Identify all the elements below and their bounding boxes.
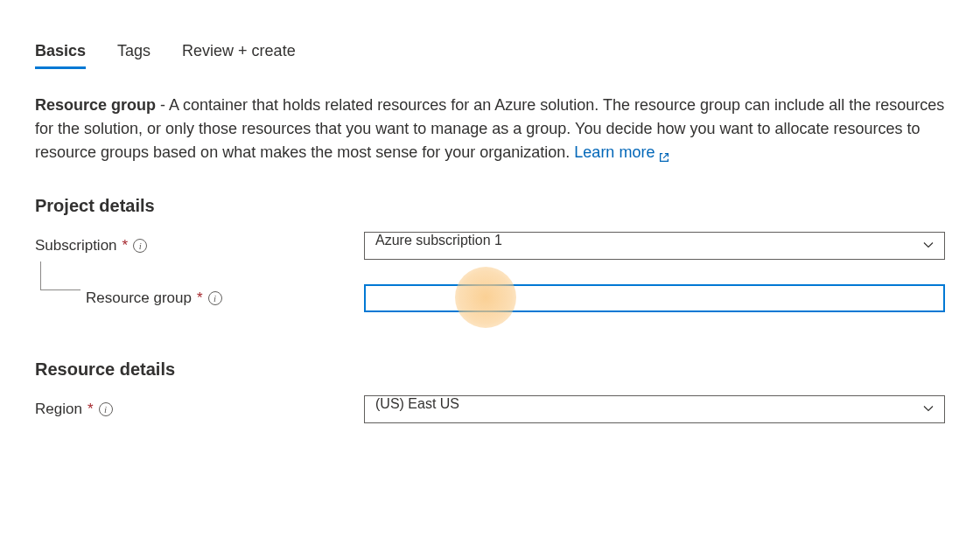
resource-details-heading: Resource details <box>35 359 945 380</box>
subscription-label: Subscription <box>35 237 117 255</box>
description-body: - A container that holds related resourc… <box>35 96 944 161</box>
tab-review-create[interactable]: Review + create <box>182 42 296 69</box>
info-icon[interactable]: i <box>133 239 147 253</box>
tab-bar: Basics Tags Review + create <box>35 35 945 69</box>
description-lead: Resource group <box>35 96 156 114</box>
external-link-icon <box>658 147 670 159</box>
project-details-heading: Project details <box>35 196 945 216</box>
learn-more-link[interactable]: Learn more <box>574 141 670 164</box>
info-icon[interactable]: i <box>99 402 113 416</box>
region-select[interactable]: (US) East US <box>364 395 945 423</box>
info-icon[interactable]: i <box>208 291 222 305</box>
tab-tags[interactable]: Tags <box>117 42 150 69</box>
required-indicator: * <box>122 237 129 255</box>
resource-group-description: Resource group - A container that holds … <box>35 94 945 164</box>
subscription-select[interactable]: Azure subscription 1 <box>364 232 945 260</box>
resource-group-input[interactable] <box>364 284 945 312</box>
resource-group-label: Resource group <box>86 289 192 307</box>
required-indicator: * <box>88 401 94 418</box>
tab-basics[interactable]: Basics <box>35 42 86 69</box>
tree-connector <box>35 262 86 303</box>
region-label: Region <box>35 401 82 418</box>
required-indicator: * <box>197 289 203 307</box>
